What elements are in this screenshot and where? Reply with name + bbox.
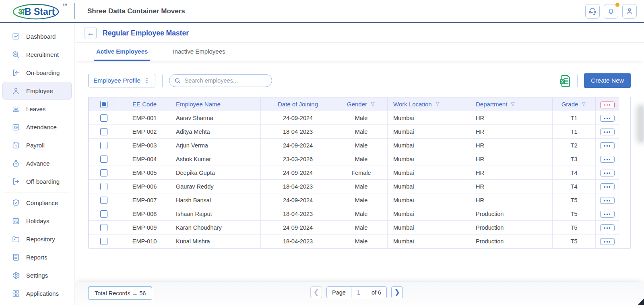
tab-inactive-employees[interactable]: Inactive Employees xyxy=(170,43,227,61)
column-header-name[interactable]: Employee Name xyxy=(170,98,261,111)
column-header-grade[interactable]: Grade xyxy=(553,98,596,111)
total-records-label: Total Records xyxy=(95,290,130,297)
sidebar-item-attendance[interactable]: Attendance xyxy=(2,118,72,136)
column-header-doj[interactable]: Date of Joining xyxy=(261,98,335,111)
cell-department: Production xyxy=(470,234,553,248)
back-button[interactable]: ← xyxy=(85,27,97,39)
column-header-department[interactable]: Department xyxy=(470,98,553,111)
employee-profile-dropdown[interactable]: Employee Profile ⋮ xyxy=(88,74,155,87)
sidebar-item-employee[interactable]: Employee xyxy=(2,82,72,100)
filter-icon[interactable] xyxy=(581,102,586,107)
cell-doj: 24-09-2024 xyxy=(261,221,335,234)
profile-button[interactable] xyxy=(622,4,637,19)
cell-grade: T5 xyxy=(553,221,596,234)
sidebar-item-settings[interactable]: Settings xyxy=(2,266,72,284)
row-checkbox[interactable] xyxy=(100,142,107,149)
company-name: Shree Datta Container Movers xyxy=(87,7,185,15)
row-actions-button[interactable] xyxy=(600,183,615,190)
search-input[interactable] xyxy=(185,77,267,84)
row-checkbox[interactable] xyxy=(100,183,107,190)
row-checkbox[interactable] xyxy=(100,114,107,122)
sidebar-item-onboarding[interactable]: On-boarding xyxy=(2,64,72,81)
topbar-actions xyxy=(585,4,644,19)
search-box[interactable] xyxy=(169,74,272,87)
row-checkbox[interactable] xyxy=(100,156,107,163)
row-checkbox[interactable] xyxy=(100,224,107,231)
cell-gender: Male xyxy=(335,180,388,193)
cell-code: EMP-010 xyxy=(119,234,170,248)
column-label: EE Code xyxy=(132,101,157,108)
top-bar: अ B Start TM Shree Datta Container Mover… xyxy=(0,0,644,23)
cell-name: Ishaan Rajput xyxy=(170,207,261,221)
employee-profile-label: Employee Profile xyxy=(93,77,140,84)
sidebar: DashboardRecruitmentOn-boardingEmployeeL… xyxy=(0,24,74,305)
row-checkbox[interactable] xyxy=(100,238,107,245)
arrow-glyph: → xyxy=(132,290,138,297)
sidebar-item-repository[interactable]: Repository xyxy=(2,230,72,248)
sidebar-item-applications[interactable]: Applications xyxy=(2,284,72,302)
row-actions-button[interactable] xyxy=(600,224,615,231)
search-icon xyxy=(174,77,181,84)
row-actions-button[interactable] xyxy=(600,142,615,149)
cell-location: Mumbai xyxy=(388,139,470,152)
filter-icon[interactable] xyxy=(370,102,376,107)
row-actions-button[interactable] xyxy=(600,156,615,163)
support-button[interactable] xyxy=(585,4,600,19)
column-label: Employee Name xyxy=(176,101,221,108)
cell-doj: 24-09-2024 xyxy=(261,139,335,152)
previous-page-button[interactable]: ❮ xyxy=(310,286,322,298)
row-checkbox[interactable] xyxy=(100,128,107,135)
column-header-gender[interactable]: Gender xyxy=(335,98,388,111)
row-checkbox[interactable] xyxy=(100,169,107,176)
sidebar-divider xyxy=(4,192,70,192)
sidebar-item-reports[interactable]: Reports xyxy=(2,248,72,266)
column-header-code[interactable]: EE Code xyxy=(119,98,170,111)
notification-badge xyxy=(615,3,619,7)
row-checkbox[interactable] xyxy=(100,210,107,218)
cell-location: Mumbai xyxy=(388,111,470,125)
sidebar-item-payroll[interactable]: ₹Payroll xyxy=(2,136,72,154)
select-all-checkbox[interactable] xyxy=(100,101,107,108)
sidebar-item-compliance[interactable]: Compliance xyxy=(2,194,72,212)
row-checkbox[interactable] xyxy=(100,197,107,204)
filter-icon[interactable] xyxy=(435,102,440,107)
sidebar-item-dashboard[interactable]: Dashboard xyxy=(2,27,72,45)
row-actions-button[interactable] xyxy=(600,115,615,122)
row-actions-button[interactable] xyxy=(600,197,615,204)
row-actions-button[interactable] xyxy=(600,238,615,245)
cell-department: HR xyxy=(470,180,553,193)
cell-location: Mumbai xyxy=(388,221,470,234)
sidebar-item-leaves[interactable]: Leaves xyxy=(2,100,72,118)
tab-active-employees[interactable]: Active Employees xyxy=(94,43,150,61)
cell-gender: Female xyxy=(335,166,388,180)
sidebar-item-advance[interactable]: ₹Advance xyxy=(2,154,72,172)
cell-doj: 24-09-2024 xyxy=(261,193,335,207)
export-excel-button[interactable]: X xyxy=(559,75,570,87)
next-page-button[interactable]: ❯ xyxy=(391,286,403,298)
app-logo[interactable]: अ B Start TM xyxy=(0,2,74,21)
column-header-actions[interactable] xyxy=(596,98,619,111)
column-label: Grade xyxy=(561,101,578,108)
cell-code: EMP-002 xyxy=(119,125,170,139)
filter-icon[interactable] xyxy=(510,102,516,107)
employee-icon xyxy=(12,87,20,95)
cell-name: Karan Choudhary xyxy=(170,221,261,234)
cell-location: Mumbai xyxy=(388,193,470,207)
current-page-input[interactable]: 1 xyxy=(351,287,366,298)
table-row: EMP-005Deepika Gupta24-09-2024FemaleMumb… xyxy=(89,166,619,180)
notifications-button[interactable] xyxy=(604,4,618,19)
cell-gender: Male xyxy=(335,207,388,221)
scrollbar-thumb[interactable] xyxy=(639,107,643,141)
create-new-button[interactable]: Create New xyxy=(584,73,631,88)
row-actions-button[interactable] xyxy=(600,129,615,135)
column-header-location[interactable]: Work Location xyxy=(388,98,470,111)
column-settings-button[interactable] xyxy=(600,102,615,108)
trademark-label: TM xyxy=(62,3,67,6)
row-actions-button[interactable] xyxy=(600,170,615,176)
row-actions-button[interactable] xyxy=(600,211,615,218)
cell-gender: Male xyxy=(335,111,388,125)
sidebar-item-holidays[interactable]: Holidays xyxy=(2,212,72,230)
sidebar-item-recruitment[interactable]: Recruitment xyxy=(2,46,72,63)
sidebar-item-offboarding[interactable]: Off-boarding xyxy=(2,172,72,190)
topbar-divider xyxy=(74,3,75,19)
